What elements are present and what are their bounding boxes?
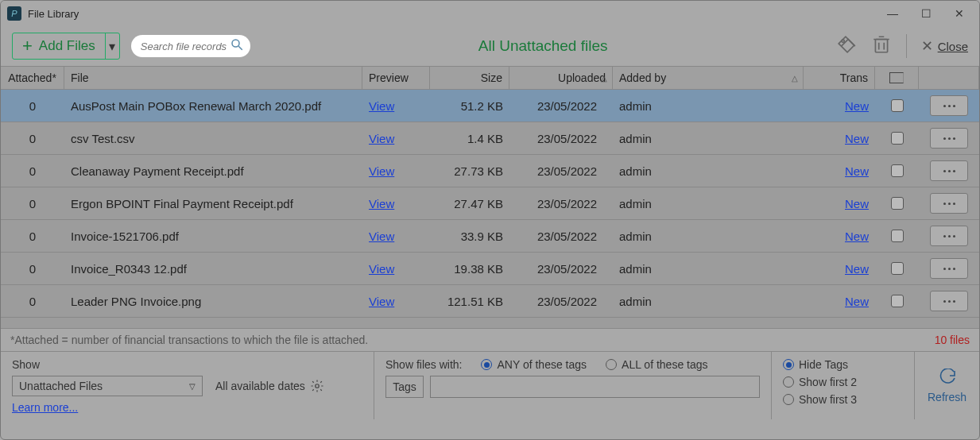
view-link[interactable]: View	[369, 262, 394, 276]
tags-button[interactable]: Tags	[385, 376, 424, 398]
trans-link[interactable]: New	[845, 164, 869, 178]
sort-icon: △	[601, 74, 607, 83]
cell-uploaded: 23/05/2022	[509, 285, 613, 317]
cell-attached: 0	[1, 90, 64, 122]
view-link[interactable]: View	[369, 230, 394, 243]
cell-added-by: admin	[613, 253, 804, 284]
row-actions-button[interactable]	[930, 128, 968, 149]
show-panel: Show Unattached Files ▽ All available da…	[1, 352, 374, 419]
trans-link[interactable]: New	[845, 230, 869, 243]
row-actions-button[interactable]	[930, 160, 968, 181]
search-icon[interactable]	[230, 37, 244, 55]
show-label: Show	[12, 358, 362, 371]
cell-attached: 0	[1, 187, 64, 219]
view-link[interactable]: View	[369, 164, 394, 178]
table-row[interactable]: 0Ergon BPOINT Final Payment Receipt.pdfV…	[1, 187, 979, 220]
row-actions-button[interactable]	[930, 193, 968, 214]
cell-size: 121.51 KB	[430, 285, 509, 317]
radio-show-first-3[interactable]: Show first 3	[783, 393, 903, 406]
svg-point-2	[842, 40, 844, 42]
search-box[interactable]	[131, 35, 250, 57]
cell-uploaded: 23/05/2022	[509, 220, 613, 252]
table-row[interactable]: 0csv Test.csvView1.4 KB23/05/2022adminNe…	[1, 122, 979, 155]
add-files-label: Add Files	[39, 38, 95, 54]
trans-link[interactable]: New	[845, 295, 869, 308]
svg-line-1	[238, 46, 242, 50]
row-checkbox[interactable]	[891, 197, 904, 210]
trans-link[interactable]: New	[845, 197, 869, 210]
window-close-button[interactable]: ✕	[954, 7, 965, 20]
row-actions-button[interactable]	[930, 291, 968, 311]
svg-point-4	[316, 384, 320, 388]
learn-more-link[interactable]: Learn more...	[12, 401, 362, 414]
row-checkbox[interactable]	[891, 99, 904, 112]
filter-label: Show files with:	[385, 358, 462, 371]
cell-file: csv Test.csv	[64, 122, 362, 154]
attached-note: *Attached = number of financial transact…	[10, 334, 368, 346]
refresh-button[interactable]: Refresh	[928, 369, 966, 403]
radio-hide-tags[interactable]: Hide Tags	[783, 358, 903, 371]
add-files-dropdown[interactable]: ▾	[105, 33, 119, 59]
search-input[interactable]	[141, 41, 230, 52]
dates-label: All available dates	[215, 380, 305, 392]
table-row[interactable]: 0AusPost Main POBox Renewal March 2020.p…	[1, 90, 979, 122]
tags-input[interactable]	[430, 376, 760, 398]
cell-added-by: admin	[613, 285, 804, 317]
row-actions-button[interactable]	[930, 226, 968, 246]
radio-any-tags[interactable]: ANY of these tags	[481, 358, 587, 371]
view-link[interactable]: View	[369, 99, 394, 113]
table-row[interactable]: 0Invoice-1521706.pdfView33.9 KB23/05/202…	[1, 220, 979, 253]
row-checkbox[interactable]	[891, 164, 904, 177]
tag-display-panel: Hide Tags Show first 2 Show first 3	[772, 352, 915, 419]
col-attached[interactable]: Attached*	[1, 67, 64, 89]
col-uploaded[interactable]: Uploaded△	[509, 67, 613, 89]
close-button[interactable]: ✕ Close	[921, 37, 968, 55]
trans-link[interactable]: New	[845, 262, 869, 276]
minimize-button[interactable]: —	[887, 7, 898, 20]
radio-show-first-2[interactable]: Show first 2	[783, 376, 903, 388]
cell-file: Invoice-1521706.pdf	[64, 220, 362, 252]
sort-icon: △	[792, 74, 798, 83]
grid-header: Attached* File Preview Size Uploaded△ Ad…	[1, 66, 979, 90]
col-select-all[interactable]	[875, 67, 919, 89]
cell-attached: 0	[1, 285, 64, 317]
trans-link[interactable]: New	[845, 99, 869, 113]
col-file[interactable]: File	[64, 67, 362, 89]
refresh-panel: Refresh	[915, 352, 979, 419]
status-bar: *Attached = number of financial transact…	[1, 329, 979, 351]
row-actions-button[interactable]	[930, 95, 968, 116]
page-title: All Unattached files	[261, 37, 825, 55]
table-row[interactable]: 0Cleanaway Payment Receipt.pdfView27.73 …	[1, 155, 979, 187]
show-select[interactable]: Unattached Files ▽	[12, 376, 203, 396]
radio-all-tags[interactable]: ALL of these tags	[606, 358, 707, 371]
add-files-button-group: + Add Files ▾	[12, 33, 120, 60]
cell-size: 33.9 KB	[430, 220, 509, 252]
view-link[interactable]: View	[369, 132, 394, 145]
table-row[interactable]: 0Leader PNG Invoice.pngView121.51 KB23/0…	[1, 285, 979, 318]
maximize-button[interactable]: ☐	[920, 7, 932, 20]
add-files-button[interactable]: + Add Files	[13, 36, 105, 56]
col-size[interactable]: Size	[430, 67, 509, 89]
tags-icon[interactable]	[836, 34, 857, 58]
row-actions-button[interactable]	[930, 258, 968, 279]
row-checkbox[interactable]	[891, 230, 904, 242]
toolbar: + Add Files ▾ All Unattached files ✕ Clo…	[1, 26, 979, 66]
col-preview[interactable]: Preview	[362, 67, 430, 89]
row-checkbox[interactable]	[891, 262, 904, 275]
row-checkbox[interactable]	[891, 295, 904, 307]
delete-icon[interactable]	[871, 34, 892, 58]
select-all-checkbox[interactable]	[889, 72, 904, 83]
trans-link[interactable]: New	[845, 132, 869, 145]
refresh-label: Refresh	[928, 391, 966, 403]
radio-dot-icon	[606, 359, 617, 370]
col-trans[interactable]: Trans	[804, 67, 875, 89]
grid-spacer	[1, 318, 979, 329]
row-checkbox[interactable]	[891, 132, 904, 145]
view-link[interactable]: View	[369, 197, 394, 210]
radio-dot-icon	[783, 376, 794, 388]
view-link[interactable]: View	[369, 295, 394, 308]
dates-filter[interactable]: All available dates	[215, 379, 324, 393]
col-added-by[interactable]: Added by△	[613, 67, 804, 89]
cell-attached: 0	[1, 155, 64, 187]
table-row[interactable]: 0Invoice_R0343 12.pdfView19.38 KB23/05/2…	[1, 253, 979, 285]
